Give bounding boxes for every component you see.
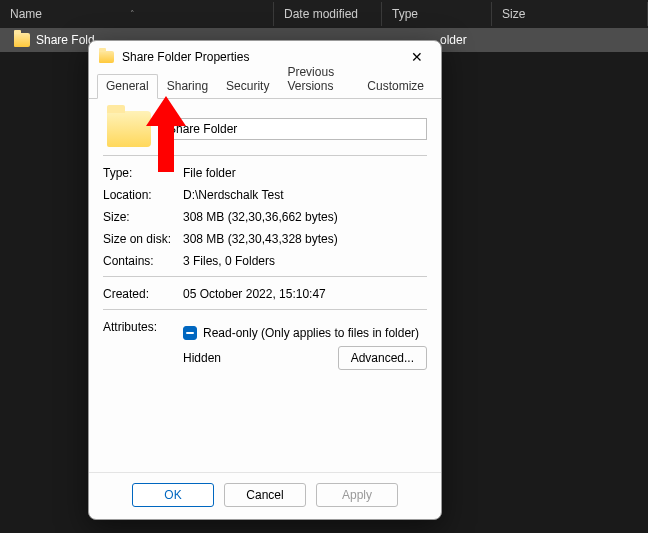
properties-dialog: Share Folder Properties ✕ General Sharin…	[88, 40, 442, 520]
hidden-label: Hidden	[183, 351, 221, 365]
folder-name-input[interactable]	[161, 118, 427, 140]
file-row-name: Share Fold	[36, 33, 95, 47]
dialog-button-bar: OK Cancel Apply	[89, 472, 441, 519]
close-button[interactable]: ✕	[403, 45, 431, 69]
label-attributes: Attributes:	[103, 320, 183, 334]
tab-sharing[interactable]: Sharing	[158, 74, 217, 99]
cancel-button[interactable]: Cancel	[224, 483, 306, 507]
apply-button[interactable]: Apply	[316, 483, 398, 507]
readonly-label: Read-only (Only applies to files in fold…	[203, 326, 419, 340]
tab-strip: General Sharing Security Previous Versio…	[89, 73, 441, 99]
value-created: 05 October 2022, 15:10:47	[183, 287, 427, 301]
column-date[interactable]: Date modified	[274, 2, 382, 26]
label-type: Type:	[103, 166, 183, 180]
value-size-on-disk: 308 MB (32,30,43,328 bytes)	[183, 232, 427, 246]
column-size-label: Size	[502, 7, 525, 21]
label-size-on-disk: Size on disk:	[103, 232, 183, 246]
title-bar: Share Folder Properties ✕	[89, 41, 441, 73]
tab-previous-versions[interactable]: Previous Versions	[278, 60, 358, 99]
tab-customize[interactable]: Customize	[358, 74, 433, 99]
sort-caret-icon: ˄	[130, 9, 135, 19]
folder-icon	[99, 51, 114, 63]
value-contains: 3 Files, 0 Folders	[183, 254, 427, 268]
label-contains: Contains:	[103, 254, 183, 268]
column-date-label: Date modified	[284, 7, 358, 21]
advanced-button[interactable]: Advanced...	[338, 346, 427, 370]
column-name-label: Name	[10, 7, 42, 21]
ok-button[interactable]: OK	[132, 483, 214, 507]
dialog-title: Share Folder Properties	[122, 50, 403, 64]
readonly-checkbox[interactable]	[183, 326, 197, 340]
divider	[103, 276, 427, 277]
value-type: File folder	[183, 166, 427, 180]
label-size: Size:	[103, 210, 183, 224]
folder-icon-large	[107, 111, 151, 147]
general-panel: Type:File folder Location:D:\Nerdschalk …	[89, 99, 441, 472]
value-size: 308 MB (32,30,36,662 bytes)	[183, 210, 427, 224]
divider	[103, 155, 427, 156]
explorer-columns-header: Name˄ Date modified Type Size	[0, 0, 648, 28]
column-name[interactable]: Name˄	[0, 2, 274, 26]
column-size[interactable]: Size	[492, 2, 648, 26]
column-type[interactable]: Type	[382, 2, 492, 26]
divider	[103, 309, 427, 310]
file-row-type: older	[440, 33, 467, 47]
folder-icon	[14, 33, 30, 47]
value-location: D:\Nerdschalk Test	[183, 188, 427, 202]
label-location: Location:	[103, 188, 183, 202]
tab-general[interactable]: General	[97, 74, 158, 99]
tab-security[interactable]: Security	[217, 74, 278, 99]
column-type-label: Type	[392, 7, 418, 21]
label-created: Created:	[103, 287, 183, 301]
